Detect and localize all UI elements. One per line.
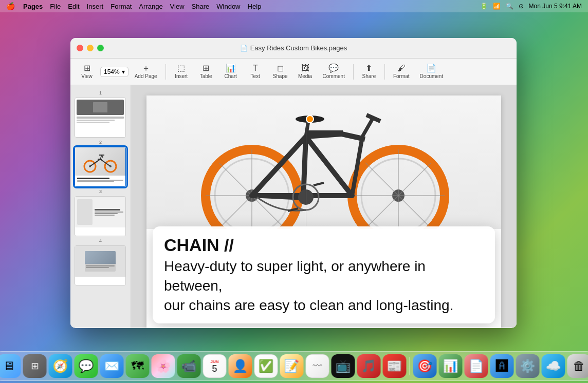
toolbar-view[interactable]: ⊞ View xyxy=(76,62,98,81)
dock-item-messages[interactable]: 💬 xyxy=(75,354,98,378)
menu-arrange[interactable]: Arrange xyxy=(139,3,162,10)
battery-icon: 🔋 xyxy=(480,3,488,10)
zoom-control[interactable]: 154% ▾ xyxy=(100,67,128,77)
svg-line-29 xyxy=(252,196,303,198)
menu-help[interactable]: Help xyxy=(248,3,262,10)
format-icon: 🖌 xyxy=(397,64,406,72)
page-thumb-4[interactable] xyxy=(75,245,126,285)
dock-item-mail[interactable]: ✉️ xyxy=(100,354,124,378)
datetime: Mon Jun 5 9:41 AM xyxy=(529,3,582,10)
dock-item-contacts[interactable]: 👤 xyxy=(229,354,252,378)
window-title-text: Easy Rides Custom Bikes.pages xyxy=(250,44,347,52)
toolbar-text[interactable]: T Text xyxy=(244,62,267,81)
page-thumb-3[interactable] xyxy=(75,196,126,236)
dock-item-music[interactable]: 🎵 xyxy=(357,354,381,378)
dock-item-numbers[interactable]: 📊 xyxy=(439,354,463,378)
dock-item-finder[interactable]: 🖥 xyxy=(0,354,21,378)
menu-bar-left: 🍎 Pages File Edit Insert Format Arrange … xyxy=(6,2,261,10)
control-center-icon[interactable]: ⊙ xyxy=(519,3,524,10)
view-icon: ⊞ xyxy=(84,64,90,72)
page-thumb-2[interactable] xyxy=(75,147,126,187)
close-button[interactable] xyxy=(77,45,83,51)
main-content: 1 2 xyxy=(70,85,517,328)
toolbar-share[interactable]: ⬆ Share xyxy=(358,62,380,81)
menu-file[interactable]: File xyxy=(50,3,61,10)
page-thumb-1[interactable] xyxy=(75,98,126,138)
text-label: Text xyxy=(250,73,260,79)
dock-item-appletv[interactable]: 📺 xyxy=(332,354,355,378)
window-controls xyxy=(77,45,104,51)
toolbar-insert[interactable]: ⬚ Insert xyxy=(170,62,193,81)
toolbar-chart[interactable]: 📊 Chart xyxy=(219,62,242,81)
add-page-label: Add Page xyxy=(135,73,157,79)
numbers-icon: 📊 xyxy=(443,359,458,373)
svg-point-42 xyxy=(306,116,314,123)
notes-icon: 📝 xyxy=(284,359,300,373)
minimize-button[interactable] xyxy=(87,45,94,51)
dock-item-icloud[interactable]: ☁️ xyxy=(542,354,565,378)
dock-item-reminders[interactable]: ✅ xyxy=(254,354,278,378)
zoom-value: 154% xyxy=(104,68,120,75)
dock-item-trash[interactable]: 🗑 xyxy=(567,354,589,378)
dock-item-news[interactable]: 📰 xyxy=(383,354,407,378)
toolbar-table[interactable]: ⊞ Table xyxy=(195,62,217,81)
messages-icon: 💬 xyxy=(79,359,94,373)
document-icon: 📄 xyxy=(240,45,248,52)
music-icon: 🎵 xyxy=(361,359,377,373)
menu-format[interactable]: Format xyxy=(111,3,132,10)
menu-app-name[interactable]: Pages xyxy=(23,3,43,10)
appletv-icon: 📺 xyxy=(336,359,351,373)
table-icon: ⊞ xyxy=(203,64,209,72)
launchpad-icon: ⊞ xyxy=(31,360,39,372)
trash-icon: 🗑 xyxy=(573,359,585,373)
mail-icon: ✉️ xyxy=(104,359,120,373)
dock-item-notes[interactable]: 📝 xyxy=(280,354,304,378)
contacts-icon: 👤 xyxy=(233,359,248,373)
page-num-4: 4 xyxy=(70,238,131,243)
calendar-day: 5 xyxy=(212,364,217,373)
comment-label: Comment xyxy=(323,73,345,79)
text-icon: T xyxy=(253,64,258,72)
dock-item-facetime[interactable]: 📹 xyxy=(177,354,201,378)
maps-icon: 🗺 xyxy=(132,359,144,373)
toolbar-divider-2 xyxy=(353,64,354,80)
document-label: Document xyxy=(420,73,444,79)
format-label: Format xyxy=(393,73,410,79)
dock-item-calendar[interactable]: JUN 5 xyxy=(203,354,227,378)
menu-window[interactable]: Window xyxy=(216,3,240,10)
pages-icon: 📄 xyxy=(469,359,484,373)
dock-item-photos[interactable]: 🌸 xyxy=(152,354,175,378)
dock-item-sysprefs[interactable]: ⚙️ xyxy=(516,354,540,378)
dock-item-safari[interactable]: 🧭 xyxy=(49,354,72,378)
toolbar-media[interactable]: 🖼 Media xyxy=(294,62,317,81)
freeform-icon: 〰 xyxy=(313,361,322,372)
page-num-3: 3 xyxy=(70,189,131,194)
view-label: View xyxy=(81,73,93,79)
menu-insert[interactable]: Insert xyxy=(87,3,104,10)
toolbar-shape[interactable]: ◻ Shape xyxy=(269,62,292,81)
menu-edit[interactable]: Edit xyxy=(68,3,79,10)
insert-label: Insert xyxy=(175,73,188,79)
shape-label: Shape xyxy=(273,73,288,79)
svg-rect-11 xyxy=(98,159,102,160)
menu-share[interactable]: Share xyxy=(192,3,210,10)
apple-menu[interactable]: 🍎 xyxy=(6,2,15,10)
toolbar-document[interactable]: 📄 Document xyxy=(416,62,448,81)
search-icon[interactable]: 🔍 xyxy=(506,3,513,10)
dock-item-appstore[interactable]: 🅰 xyxy=(490,354,514,378)
maximize-button[interactable] xyxy=(97,45,104,51)
dock-item-maps[interactable]: 🗺 xyxy=(126,354,150,378)
bike-image-area xyxy=(146,95,501,229)
insert-icon: ⬚ xyxy=(177,64,185,72)
dock-item-freeform[interactable]: 〰 xyxy=(306,354,329,378)
dock-item-launchpad[interactable]: ⊞ xyxy=(23,354,47,378)
toolbar-comment[interactable]: 💬 Comment xyxy=(319,62,349,81)
dock-item-keynote[interactable]: 🎯 xyxy=(413,354,437,378)
canvas-area[interactable]: CHAIN // Heavy-duty to super light, or a… xyxy=(131,85,517,328)
toolbar-format[interactable]: 🖌 Format xyxy=(389,62,414,81)
menu-view[interactable]: View xyxy=(170,3,185,10)
dock-item-pages[interactable]: 📄 xyxy=(465,354,488,378)
document-toolbar-icon: 📄 xyxy=(426,64,436,72)
toolbar-add-page[interactable]: ＋ Add Page xyxy=(131,62,161,81)
chart-icon: 📊 xyxy=(226,64,236,72)
